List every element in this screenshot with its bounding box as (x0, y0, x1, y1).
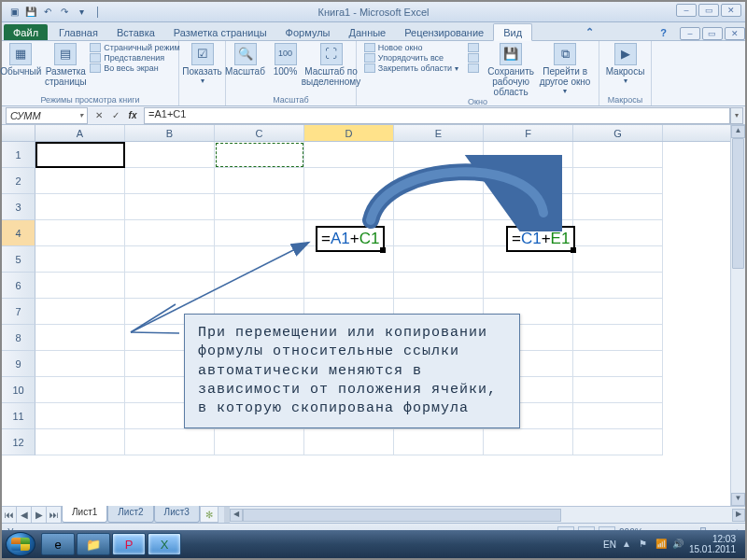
help-icon[interactable]: ? (656, 25, 670, 40)
scroll-up-button[interactable]: ▲ (731, 125, 745, 138)
cell-C12[interactable] (215, 429, 304, 455)
row-9[interactable]: 9 (2, 351, 35, 377)
cell-A7[interactable] (35, 299, 125, 325)
row-7[interactable]: 7 (2, 299, 35, 325)
cell-E2[interactable] (394, 168, 484, 194)
tab-view[interactable]: Вид (493, 23, 532, 41)
tray-network-icon[interactable]: 📶 (655, 539, 667, 550)
pagebreak-button[interactable]: Страничный режим (90, 43, 179, 52)
row-2[interactable]: 2 (2, 168, 35, 194)
cell-E1[interactable] (394, 142, 484, 168)
hide-button[interactable] (468, 53, 479, 63)
file-tab[interactable]: Файл (4, 24, 48, 40)
row-5[interactable]: 5 (2, 246, 35, 273)
cell-C2[interactable] (215, 168, 304, 194)
col-D[interactable]: D (304, 125, 394, 141)
excel-taskbar-icon[interactable]: X (148, 533, 181, 555)
zoom-selection-button[interactable]: ⛶Масштаб по выделенному (305, 43, 358, 87)
tab-formulas[interactable]: Формулы (276, 24, 340, 40)
cell-C3[interactable] (215, 194, 304, 220)
col-A[interactable]: A (35, 125, 125, 141)
horizontal-scrollbar[interactable]: ◀ ▶ (230, 507, 745, 523)
scroll-left-button[interactable]: ◀ (230, 509, 243, 522)
switch-window-button[interactable]: ⧉Перейти в другое окно▾ (539, 43, 591, 96)
row-4[interactable]: 4 (2, 220, 35, 246)
first-sheet-button[interactable]: ⏮ (2, 507, 17, 523)
minimize-button[interactable]: – (676, 4, 697, 17)
close-button[interactable]: ✕ (721, 4, 741, 17)
cell-B5[interactable] (125, 246, 215, 273)
save-workspace-button[interactable]: 💾Сохранить рабочую область (486, 43, 535, 97)
normal-view-button[interactable]: ▦Обычный (0, 43, 41, 77)
cell-A12[interactable] (35, 429, 125, 455)
tray-volume-icon[interactable]: 🔊 (672, 539, 684, 550)
cell-G4[interactable] (573, 220, 663, 246)
scroll-down-button[interactable]: ▼ (731, 493, 745, 506)
lang-indicator[interactable]: EN (603, 539, 616, 550)
cell-E4[interactable] (394, 220, 484, 246)
scroll-thumb[interactable] (732, 138, 744, 269)
ribbon-collapse-icon[interactable]: ⌃ (582, 24, 598, 40)
ie-taskbar-icon[interactable]: e (41, 533, 75, 555)
tab-review[interactable]: Рецензирование (395, 24, 493, 40)
sheet-tab-2[interactable]: Лист2 (107, 506, 153, 523)
row-6[interactable]: 6 (2, 273, 35, 299)
cell-D6[interactable] (304, 273, 394, 299)
wb-minimize-button[interactable]: – (680, 27, 700, 40)
sheet-tab-1[interactable]: Лист1 (62, 506, 107, 523)
col-C[interactable]: C (215, 125, 304, 141)
undo-icon[interactable]: ↶ (41, 6, 54, 19)
prev-sheet-button[interactable]: ◀ (17, 507, 32, 523)
cell-A2[interactable] (35, 168, 125, 194)
enter-formula-button[interactable]: ✓ (108, 108, 123, 123)
fx-button[interactable]: fx (125, 108, 140, 123)
expand-formula-button[interactable]: ▾ (730, 107, 743, 124)
cell-G9[interactable] (573, 351, 663, 377)
scroll-right-button[interactable]: ▶ (732, 509, 745, 522)
tab-home[interactable]: Главная (49, 24, 107, 40)
new-sheet-button[interactable]: ✻ (200, 507, 218, 523)
fullscreen-button[interactable]: Во весь экран (90, 63, 179, 73)
cell-G3[interactable] (573, 194, 663, 220)
cell-F12[interactable] (484, 429, 573, 455)
arrange-button[interactable]: Упорядочить все (364, 53, 458, 63)
cell-D1[interactable] (304, 142, 394, 168)
pagelayout-view-button[interactable]: ▤Разметка страницы (45, 43, 86, 87)
restore-button[interactable]: ▭ (698, 4, 719, 17)
cell-D2[interactable] (304, 168, 394, 194)
clock[interactable]: 12:03 15.01.2011 (689, 534, 741, 554)
cancel-formula-button[interactable]: ✕ (92, 108, 106, 123)
cell-F2[interactable] (484, 168, 573, 194)
row-8[interactable]: 8 (2, 325, 35, 351)
qat-more-icon[interactable]: ▾ (75, 6, 88, 19)
formula-input[interactable]: =A1+C1 (144, 107, 730, 124)
cell-A10[interactable] (35, 377, 125, 403)
cell-B6[interactable] (125, 273, 215, 299)
save-icon[interactable]: 💾 (24, 6, 37, 19)
cell-C6[interactable] (215, 273, 304, 299)
col-E[interactable]: E (394, 125, 484, 141)
col-F[interactable]: F (484, 125, 573, 141)
cell-A8[interactable] (35, 325, 125, 351)
vertical-scrollbar[interactable]: ▲ ▼ (730, 125, 745, 506)
cell-A4[interactable] (35, 220, 125, 246)
customviews-button[interactable]: Представления (90, 53, 179, 63)
cell-D3[interactable] (304, 194, 394, 220)
sheet-tab-3[interactable]: Лист3 (154, 506, 200, 523)
show-button[interactable]: ☑Показать▾ (182, 43, 223, 86)
cell-C1[interactable] (215, 142, 304, 168)
tab-pagelayout[interactable]: Разметка страницы (164, 24, 276, 40)
row-10[interactable]: 10 (2, 377, 35, 403)
row-1[interactable]: 1 (2, 142, 35, 168)
cell-B4[interactable] (125, 220, 215, 246)
tray-action-icon[interactable]: ⚑ (639, 539, 650, 550)
cell-B12[interactable] (125, 429, 215, 455)
tab-data[interactable]: Данные (339, 24, 395, 40)
cell-G1[interactable] (573, 142, 663, 168)
cell-A6[interactable] (35, 273, 125, 299)
name-box[interactable]: СУММ▾ (6, 107, 88, 124)
cell-B1[interactable] (125, 142, 215, 168)
cell-A3[interactable] (35, 194, 125, 220)
redo-icon[interactable]: ↷ (58, 6, 71, 19)
cell-B3[interactable] (125, 194, 215, 220)
